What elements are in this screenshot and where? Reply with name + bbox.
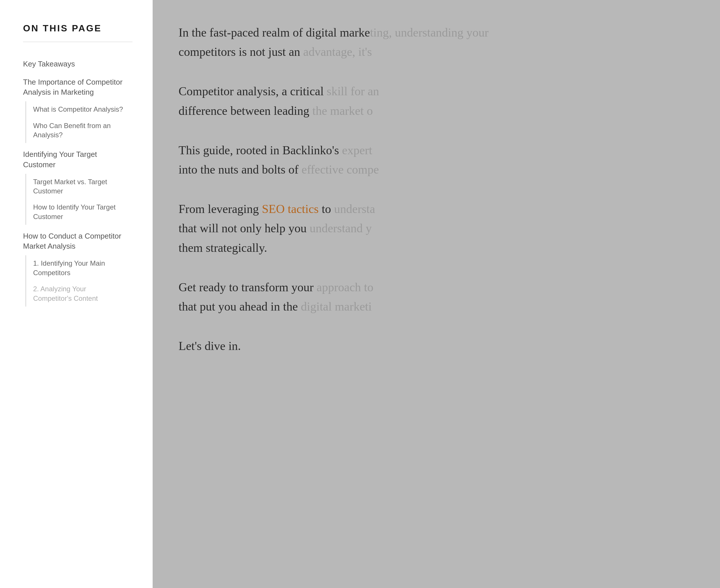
paragraph-4: From leveraging SEO tactics to understa … xyxy=(179,200,720,258)
text-segment: In the fast-paced realm of digital marke xyxy=(179,26,370,39)
text-segment: the market o xyxy=(312,104,373,118)
text-segment: to xyxy=(319,202,334,215)
toc-item-analyzing-content[interactable]: 2. Analyzing YourCompetitor's Content xyxy=(33,281,133,307)
toc-sub-group: 1. Identifying Your MainCompetitors 2. A… xyxy=(25,255,133,307)
paragraph-3: This guide, rooted in Backlinko's expert… xyxy=(179,141,720,179)
list-item: 1. Identifying Your MainCompetitors xyxy=(33,255,133,281)
toc-panel: ON THIS PAGE Key Takeaways The Importanc… xyxy=(0,0,153,588)
content-area: In the fast-paced realm of digital marke… xyxy=(153,0,720,588)
page-wrapper: ON THIS PAGE Key Takeaways The Importanc… xyxy=(0,0,720,588)
text-segment: expert xyxy=(342,144,373,157)
paragraph-6: Let's dive in. xyxy=(179,336,720,356)
toc-divider xyxy=(23,42,133,42)
list-item: What is Competitor Analysis? xyxy=(33,101,133,118)
toc-list: Key Takeaways The Importance of Competit… xyxy=(23,55,133,307)
text-segment: advantage, it's xyxy=(303,45,372,58)
toc-item-what-is-competitor[interactable]: What is Competitor Analysis? xyxy=(33,101,133,118)
toc-item-key-takeaways[interactable]: Key Takeaways xyxy=(23,55,133,73)
toc-item-how-to-identify[interactable]: How to Identify Your TargetCustomer xyxy=(33,199,133,225)
list-item: Key Takeaways xyxy=(23,55,133,73)
toc-item-target-market-vs[interactable]: Target Market vs. TargetCustomer xyxy=(33,174,133,200)
toc-sub-group: What is Competitor Analysis? Who Can Ben… xyxy=(25,101,133,143)
text-segment: that put you ahead in the xyxy=(179,300,301,313)
list-item: Who Can Benefit from anAnalysis? xyxy=(33,118,133,143)
text-segment: Get ready to transform your xyxy=(179,280,317,294)
text-segment: them strategically. xyxy=(179,241,267,254)
text-segment: Competitor analysis, a critical xyxy=(179,85,326,98)
seo-tactics-link[interactable]: SEO tactics xyxy=(262,202,319,215)
text-segment: skill for an xyxy=(326,85,379,98)
paragraph-1: In the fast-paced realm of digital marke… xyxy=(179,23,720,62)
toc-item-how-to-conduct[interactable]: How to Conduct a CompetitorMarket Analys… xyxy=(23,227,133,255)
text-segment: ting, understanding your xyxy=(370,26,489,39)
text-segment: Let's dive in. xyxy=(179,339,241,353)
text-segment: understand y xyxy=(309,222,372,235)
list-item: 2. Analyzing YourCompetitor's Content xyxy=(33,281,133,307)
toc-item-identifying-main-competitors[interactable]: 1. Identifying Your MainCompetitors xyxy=(33,255,133,281)
text-segment: From leveraging xyxy=(179,202,262,215)
list-item: How to Conduct a CompetitorMarket Analys… xyxy=(23,227,133,307)
text-segment: digital marketi xyxy=(301,300,372,313)
list-item: Target Market vs. TargetCustomer xyxy=(33,174,133,200)
text-segment: difference between leading xyxy=(179,104,312,118)
toc-item-who-can-benefit[interactable]: Who Can Benefit from anAnalysis? xyxy=(33,118,133,143)
toc-item-identifying-target[interactable]: Identifying Your TargetCustomer xyxy=(23,145,133,173)
text-segment: effective compe xyxy=(302,163,379,176)
list-item: How to Identify Your TargetCustomer xyxy=(33,199,133,225)
text-segment: that will not only help you xyxy=(179,222,309,235)
paragraph-5: Get ready to transform your approach to … xyxy=(179,278,720,316)
text-segment: into the nuts and bolts of xyxy=(179,163,302,176)
toc-sub-group: Target Market vs. TargetCustomer How to … xyxy=(25,174,133,225)
paragraph-2: Competitor analysis, a critical skill fo… xyxy=(179,82,720,120)
list-item: Identifying Your TargetCustomer Target M… xyxy=(23,145,133,225)
list-item: The Importance of CompetitorAnalysis in … xyxy=(23,73,133,143)
toc-title: ON THIS PAGE xyxy=(23,23,133,34)
toc-item-importance-competitor[interactable]: The Importance of CompetitorAnalysis in … xyxy=(23,73,133,101)
text-segment: This guide, rooted in Backlinko's xyxy=(179,144,342,157)
text-segment: competitors is not just an xyxy=(179,45,303,58)
text-segment: understa xyxy=(334,202,375,215)
text-segment: approach to xyxy=(317,280,373,294)
